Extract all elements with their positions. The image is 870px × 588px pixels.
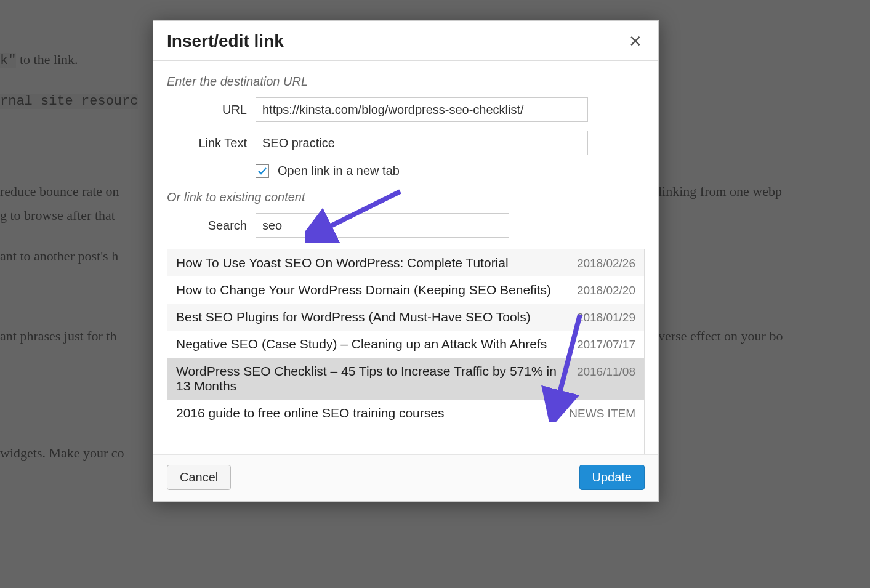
search-result-item[interactable]: How to Change Your WordPress Domain (Kee…: [167, 276, 644, 304]
result-title: WordPress SEO Checklist – 45 Tips to Inc…: [176, 364, 566, 393]
row-url: URL: [167, 97, 645, 122]
result-title: How To Use Yoast SEO On WordPress: Compl…: [176, 256, 566, 270]
search-result-item[interactable]: Best SEO Plugins for WordPress (And Must…: [167, 304, 644, 331]
dialog-footer: Cancel Update: [153, 454, 658, 501]
result-meta: 2018/02/20: [577, 284, 635, 297]
result-meta: NEWS ITEM: [569, 407, 635, 421]
search-results-list[interactable]: How To Use Yoast SEO On WordPress: Compl…: [167, 249, 645, 454]
open-new-tab-checkbox[interactable]: [256, 164, 269, 178]
url-input[interactable]: [256, 97, 588, 122]
row-link-text: Link Text: [167, 131, 645, 155]
section-destination-url: Enter the destination URL: [167, 75, 645, 89]
result-title: How to Change Your WordPress Domain (Kee…: [176, 283, 566, 297]
url-label: URL: [167, 103, 247, 117]
result-title: 2016 guide to free online SEO training c…: [176, 406, 558, 421]
result-meta: 2018/02/26: [577, 257, 635, 270]
row-search: Search: [167, 213, 645, 238]
result-title: Best SEO Plugins for WordPress (And Must…: [176, 310, 566, 324]
search-input[interactable]: [256, 213, 509, 238]
section-existing-content: Or link to existing content: [167, 190, 645, 204]
search-result-item[interactable]: How To Use Yoast SEO On WordPress: Compl…: [167, 249, 644, 276]
cancel-button[interactable]: Cancel: [167, 465, 231, 490]
dialog-title: Insert/edit link: [167, 31, 284, 51]
dialog-body: Enter the destination URL URL Link Text …: [153, 61, 658, 454]
result-meta: 2016/11/08: [577, 365, 635, 379]
search-result-item[interactable]: WordPress SEO Checklist – 45 Tips to Inc…: [167, 358, 644, 400]
result-meta: 2017/07/17: [577, 338, 635, 352]
link-text-input[interactable]: [256, 131, 588, 155]
update-button[interactable]: Update: [579, 465, 645, 490]
link-text-label: Link Text: [167, 136, 247, 150]
open-new-tab-label: Open link in a new tab: [278, 164, 400, 178]
search-label: Search: [167, 219, 247, 233]
dialog-header: Insert/edit link ✕: [153, 21, 658, 61]
row-open-new-tab[interactable]: Open link in a new tab: [256, 164, 645, 178]
result-meta: 2018/01/29: [577, 311, 635, 324]
search-result-item[interactable]: Negative SEO (Case Study) – Cleaning up …: [167, 331, 644, 358]
close-icon[interactable]: ✕: [626, 31, 645, 52]
search-result-item[interactable]: 2016 guide to free online SEO training c…: [167, 400, 644, 427]
result-title: Negative SEO (Case Study) – Cleaning up …: [176, 337, 566, 352]
insert-link-dialog: Insert/edit link ✕ Enter the destination…: [153, 20, 659, 502]
checkmark-icon: [257, 166, 267, 176]
